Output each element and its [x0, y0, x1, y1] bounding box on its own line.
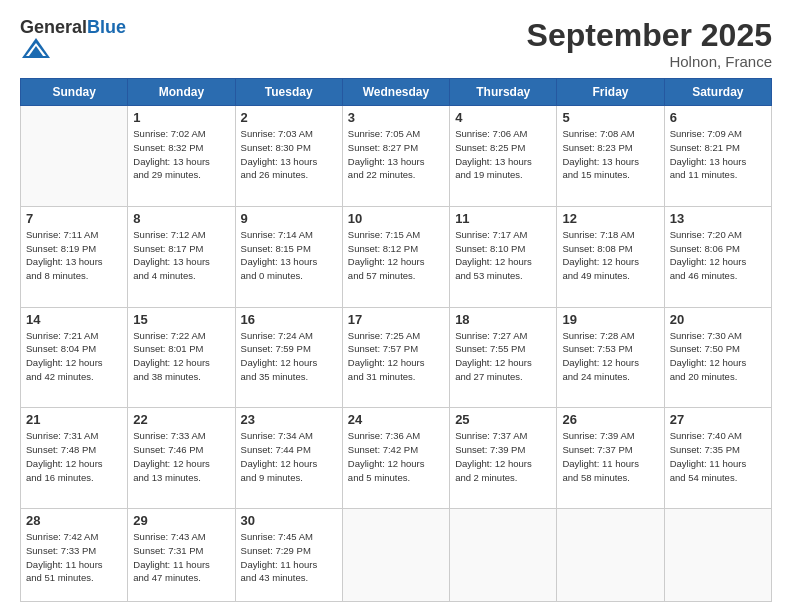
day-number: 5	[562, 110, 658, 125]
calendar-cell: 22Sunrise: 7:33 AM Sunset: 7:46 PM Dayli…	[128, 408, 235, 509]
calendar-cell: 26Sunrise: 7:39 AM Sunset: 7:37 PM Dayli…	[557, 408, 664, 509]
day-number: 15	[133, 312, 229, 327]
day-info: Sunrise: 7:02 AM Sunset: 8:32 PM Dayligh…	[133, 127, 229, 182]
weekday-header-saturday: Saturday	[664, 79, 771, 106]
calendar-cell: 10Sunrise: 7:15 AM Sunset: 8:12 PM Dayli…	[342, 206, 449, 307]
day-info: Sunrise: 7:43 AM Sunset: 7:31 PM Dayligh…	[133, 530, 229, 585]
calendar-cell: 23Sunrise: 7:34 AM Sunset: 7:44 PM Dayli…	[235, 408, 342, 509]
day-number: 28	[26, 513, 122, 528]
day-info: Sunrise: 7:25 AM Sunset: 7:57 PM Dayligh…	[348, 329, 444, 384]
day-number: 19	[562, 312, 658, 327]
day-info: Sunrise: 7:24 AM Sunset: 7:59 PM Dayligh…	[241, 329, 337, 384]
day-info: Sunrise: 7:37 AM Sunset: 7:39 PM Dayligh…	[455, 429, 551, 484]
calendar-cell: 16Sunrise: 7:24 AM Sunset: 7:59 PM Dayli…	[235, 307, 342, 408]
day-info: Sunrise: 7:33 AM Sunset: 7:46 PM Dayligh…	[133, 429, 229, 484]
day-number: 18	[455, 312, 551, 327]
calendar-cell: 3Sunrise: 7:05 AM Sunset: 8:27 PM Daylig…	[342, 106, 449, 207]
calendar-cell: 11Sunrise: 7:17 AM Sunset: 8:10 PM Dayli…	[450, 206, 557, 307]
month-title: September 2025	[527, 18, 772, 53]
weekday-header-wednesday: Wednesday	[342, 79, 449, 106]
day-number: 3	[348, 110, 444, 125]
day-info: Sunrise: 7:08 AM Sunset: 8:23 PM Dayligh…	[562, 127, 658, 182]
day-number: 30	[241, 513, 337, 528]
calendar-cell: 9Sunrise: 7:14 AM Sunset: 8:15 PM Daylig…	[235, 206, 342, 307]
day-info: Sunrise: 7:11 AM Sunset: 8:19 PM Dayligh…	[26, 228, 122, 283]
day-number: 10	[348, 211, 444, 226]
day-number: 14	[26, 312, 122, 327]
day-info: Sunrise: 7:15 AM Sunset: 8:12 PM Dayligh…	[348, 228, 444, 283]
day-info: Sunrise: 7:05 AM Sunset: 8:27 PM Dayligh…	[348, 127, 444, 182]
header: GeneralBlue September 2025 Holnon, Franc…	[20, 18, 772, 70]
logo: GeneralBlue	[20, 18, 126, 66]
day-number: 25	[455, 412, 551, 427]
day-info: Sunrise: 7:31 AM Sunset: 7:48 PM Dayligh…	[26, 429, 122, 484]
day-info: Sunrise: 7:27 AM Sunset: 7:55 PM Dayligh…	[455, 329, 551, 384]
calendar-week-4: 21Sunrise: 7:31 AM Sunset: 7:48 PM Dayli…	[21, 408, 772, 509]
weekday-header-monday: Monday	[128, 79, 235, 106]
day-number: 12	[562, 211, 658, 226]
day-info: Sunrise: 7:18 AM Sunset: 8:08 PM Dayligh…	[562, 228, 658, 283]
calendar-table: SundayMondayTuesdayWednesdayThursdayFrid…	[20, 78, 772, 602]
day-info: Sunrise: 7:28 AM Sunset: 7:53 PM Dayligh…	[562, 329, 658, 384]
day-info: Sunrise: 7:03 AM Sunset: 8:30 PM Dayligh…	[241, 127, 337, 182]
day-number: 16	[241, 312, 337, 327]
calendar-cell	[664, 509, 771, 602]
day-info: Sunrise: 7:30 AM Sunset: 7:50 PM Dayligh…	[670, 329, 766, 384]
weekday-header-row: SundayMondayTuesdayWednesdayThursdayFrid…	[21, 79, 772, 106]
day-number: 27	[670, 412, 766, 427]
calendar-cell: 30Sunrise: 7:45 AM Sunset: 7:29 PM Dayli…	[235, 509, 342, 602]
day-info: Sunrise: 7:12 AM Sunset: 8:17 PM Dayligh…	[133, 228, 229, 283]
day-info: Sunrise: 7:42 AM Sunset: 7:33 PM Dayligh…	[26, 530, 122, 585]
day-number: 8	[133, 211, 229, 226]
day-number: 20	[670, 312, 766, 327]
day-number: 4	[455, 110, 551, 125]
day-info: Sunrise: 7:09 AM Sunset: 8:21 PM Dayligh…	[670, 127, 766, 182]
day-number: 29	[133, 513, 229, 528]
logo-icon	[22, 34, 50, 62]
calendar-week-3: 14Sunrise: 7:21 AM Sunset: 8:04 PM Dayli…	[21, 307, 772, 408]
logo-blue: Blue	[87, 17, 126, 37]
day-number: 23	[241, 412, 337, 427]
day-number: 24	[348, 412, 444, 427]
calendar-cell: 20Sunrise: 7:30 AM Sunset: 7:50 PM Dayli…	[664, 307, 771, 408]
calendar-week-2: 7Sunrise: 7:11 AM Sunset: 8:19 PM Daylig…	[21, 206, 772, 307]
calendar-cell: 4Sunrise: 7:06 AM Sunset: 8:25 PM Daylig…	[450, 106, 557, 207]
day-number: 17	[348, 312, 444, 327]
calendar-cell: 21Sunrise: 7:31 AM Sunset: 7:48 PM Dayli…	[21, 408, 128, 509]
day-info: Sunrise: 7:40 AM Sunset: 7:35 PM Dayligh…	[670, 429, 766, 484]
day-info: Sunrise: 7:20 AM Sunset: 8:06 PM Dayligh…	[670, 228, 766, 283]
day-number: 13	[670, 211, 766, 226]
calendar-cell	[21, 106, 128, 207]
calendar-cell: 8Sunrise: 7:12 AM Sunset: 8:17 PM Daylig…	[128, 206, 235, 307]
calendar-cell: 12Sunrise: 7:18 AM Sunset: 8:08 PM Dayli…	[557, 206, 664, 307]
location-subtitle: Holnon, France	[527, 53, 772, 70]
day-info: Sunrise: 7:45 AM Sunset: 7:29 PM Dayligh…	[241, 530, 337, 585]
day-info: Sunrise: 7:34 AM Sunset: 7:44 PM Dayligh…	[241, 429, 337, 484]
calendar-cell: 6Sunrise: 7:09 AM Sunset: 8:21 PM Daylig…	[664, 106, 771, 207]
calendar-cell	[557, 509, 664, 602]
calendar-cell: 17Sunrise: 7:25 AM Sunset: 7:57 PM Dayli…	[342, 307, 449, 408]
day-number: 26	[562, 412, 658, 427]
calendar-cell	[450, 509, 557, 602]
calendar-cell: 1Sunrise: 7:02 AM Sunset: 8:32 PM Daylig…	[128, 106, 235, 207]
calendar-cell: 15Sunrise: 7:22 AM Sunset: 8:01 PM Dayli…	[128, 307, 235, 408]
day-number: 9	[241, 211, 337, 226]
day-number: 2	[241, 110, 337, 125]
weekday-header-tuesday: Tuesday	[235, 79, 342, 106]
weekday-header-sunday: Sunday	[21, 79, 128, 106]
day-info: Sunrise: 7:21 AM Sunset: 8:04 PM Dayligh…	[26, 329, 122, 384]
day-number: 7	[26, 211, 122, 226]
day-info: Sunrise: 7:17 AM Sunset: 8:10 PM Dayligh…	[455, 228, 551, 283]
weekday-header-friday: Friday	[557, 79, 664, 106]
calendar-cell: 14Sunrise: 7:21 AM Sunset: 8:04 PM Dayli…	[21, 307, 128, 408]
calendar-cell: 28Sunrise: 7:42 AM Sunset: 7:33 PM Dayli…	[21, 509, 128, 602]
calendar-cell: 24Sunrise: 7:36 AM Sunset: 7:42 PM Dayli…	[342, 408, 449, 509]
calendar-cell: 5Sunrise: 7:08 AM Sunset: 8:23 PM Daylig…	[557, 106, 664, 207]
day-info: Sunrise: 7:06 AM Sunset: 8:25 PM Dayligh…	[455, 127, 551, 182]
day-info: Sunrise: 7:22 AM Sunset: 8:01 PM Dayligh…	[133, 329, 229, 384]
day-info: Sunrise: 7:14 AM Sunset: 8:15 PM Dayligh…	[241, 228, 337, 283]
weekday-header-thursday: Thursday	[450, 79, 557, 106]
calendar-cell: 2Sunrise: 7:03 AM Sunset: 8:30 PM Daylig…	[235, 106, 342, 207]
day-number: 21	[26, 412, 122, 427]
day-number: 22	[133, 412, 229, 427]
